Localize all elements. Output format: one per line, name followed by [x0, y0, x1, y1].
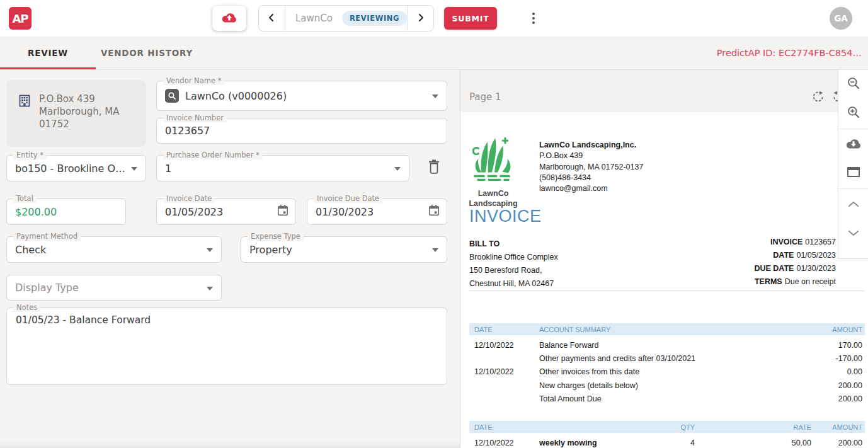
invoice-due-date-field[interactable]: Invoice Due Date 01/30/2023: [307, 198, 447, 225]
window-frame-icon: [847, 166, 860, 180]
next-page-button[interactable]: [838, 219, 868, 248]
download-button[interactable]: [838, 130, 868, 159]
display-type-field[interactable]: Display Type: [6, 275, 222, 301]
vendor-address-line3: 01752: [39, 118, 119, 130]
cloud-download-icon: [845, 137, 862, 152]
tab-bar: REVIEW VENDOR HISTORY PredictAP ID: EC27…: [0, 37, 868, 70]
invoice-date-field[interactable]: Invoice Date 01/05/2023: [156, 198, 296, 225]
vendor-name-field[interactable]: Vendor Name * LawnCo (v0000026): [156, 81, 447, 111]
avatar[interactable]: GA: [830, 7, 852, 30]
tab-review[interactable]: REVIEW: [0, 37, 96, 69]
total-field[interactable]: Total $200.00: [6, 198, 126, 225]
company-addr1: P.O.Box 439: [539, 151, 643, 161]
meta-terms-value: Due on receipt: [785, 277, 836, 286]
payment-method-value: Check: [15, 244, 46, 256]
calendar-icon[interactable]: [277, 204, 289, 219]
po-number-value: 1: [165, 163, 171, 175]
vendor-search-badge-icon: [165, 89, 179, 103]
chevron-down-icon: [848, 227, 859, 239]
magnifier-plus-icon: [847, 105, 860, 122]
fit-to-window-button[interactable]: [838, 159, 868, 188]
col-header-date: DATE: [469, 326, 532, 333]
table-row: Other payments and credits after 03/10/2…: [469, 352, 865, 365]
trash-icon: [427, 159, 441, 177]
entity-field[interactable]: Entity * bo150 - Brookline O…: [6, 155, 146, 181]
divider: [838, 188, 868, 189]
meta-date-label: DATE: [773, 251, 794, 260]
top-bar: AP LawnCo REVIEWING: [0, 0, 868, 37]
vendor-logo: LawnCo Landscaping: [464, 136, 522, 209]
table-row: 12/10/2022 Other invoices from this date…: [469, 365, 865, 379]
caret-down-icon: [207, 248, 213, 252]
line-item-header: DATE QTY RATE AMOUNT: [469, 421, 865, 433]
logo-caption-line1: LawnCo: [464, 188, 522, 198]
expense-type-field[interactable]: Expense Type Property: [241, 236, 447, 263]
avatar-initials: GA: [834, 13, 848, 23]
tab-vendor-history-label: VENDOR HISTORY: [101, 48, 193, 58]
invoice-date-value: 01/05/2023: [165, 206, 223, 218]
calendar-icon[interactable]: [428, 204, 440, 219]
panel-divider: [460, 70, 460, 448]
chevron-right-icon: [416, 13, 425, 25]
invoice-due-date-value: 01/30/2023: [316, 206, 374, 218]
cloud-upload-icon: [221, 11, 237, 26]
predictap-id: PredictAP ID: EC2774FB-C854…: [717, 37, 862, 69]
rotate-clockwise-icon[interactable]: [811, 90, 825, 104]
company-info: LawnCo Landscaping,Inc. P.O.Box 439 Marl…: [539, 140, 643, 194]
notes-field[interactable]: Notes 01/05/23 - Balance Forward: [6, 307, 447, 385]
divider: [838, 129, 868, 129]
previous-page-button[interactable]: [838, 190, 868, 219]
tab-vendor-history[interactable]: VENDOR HISTORY: [96, 37, 198, 69]
col-header-summary: ACCOUNT SUMMARY: [532, 326, 796, 333]
invoice-date-label: Invoice Date: [163, 194, 215, 203]
notes-label: Notes: [13, 303, 40, 312]
caret-down-icon: [131, 167, 137, 171]
delete-po-button[interactable]: [426, 159, 442, 176]
vendor-address-box: P.O.Box 439 Marlborough, MA 01752: [6, 80, 146, 147]
line-item-table: DATE QTY RATE AMOUNT 12/10/2022 weekly m…: [469, 421, 865, 448]
payment-method-field[interactable]: Payment Method Check: [6, 236, 222, 263]
zoom-in-button[interactable]: [838, 99, 868, 128]
chevron-up-icon: [848, 198, 859, 210]
submit-button[interactable]: SUBMIT: [444, 7, 497, 30]
invoice-title: INVOICE: [469, 207, 542, 226]
entity-label: Entity *: [13, 151, 47, 159]
office-building-icon: [18, 94, 31, 147]
invoice-doc-label: LawnCo: [295, 13, 333, 24]
chevron-left-icon: [267, 13, 276, 25]
invoice-document: LawnCo Landscaping LawnCo Landscaping,In…: [460, 112, 868, 448]
col-header-amount: AMOUNT: [796, 326, 865, 333]
invoice-number-label: Invoice Number: [163, 113, 227, 122]
company-phone: (508)486-3434: [539, 173, 643, 183]
po-number-field[interactable]: Purchase Order Number * 1: [156, 155, 409, 181]
invoice-due-date-label: Invoice Due Date: [314, 194, 382, 203]
table-row: 12/10/2022 weekly mowing 4 50.00 200.00: [469, 436, 865, 448]
tab-review-label: REVIEW: [28, 48, 68, 58]
invoice-number-value: 0123657: [165, 125, 210, 137]
next-invoice-button[interactable]: [407, 6, 433, 31]
upload-invoice-button[interactable]: [212, 6, 246, 31]
viewer-toolbar: Page 1: [460, 70, 838, 112]
invoice-meta-block: INVOICE0123657 DATE01/05/2023 DUE DATE01…: [754, 236, 836, 289]
previous-invoice-button[interactable]: [259, 6, 285, 31]
col-header-amount: AMOUNT: [811, 423, 865, 431]
viewer-controls-strip: [838, 70, 868, 259]
active-tab-indicator: [0, 67, 96, 69]
table-row: Total Amount Due 200.00: [469, 392, 865, 405]
zoom-out-button[interactable]: [838, 70, 868, 99]
vendor-address-line1: P.O.Box 439: [39, 93, 119, 105]
company-name: LawnCo Landscaping,Inc.: [539, 140, 643, 151]
meta-date-value: 01/05/2023: [796, 251, 836, 260]
grass-logo-icon: [472, 174, 514, 185]
caret-down-icon: [432, 95, 438, 98]
meta-due-date-value: 01/30/2023: [796, 264, 836, 273]
invoice-number-field[interactable]: Invoice Number 0123657: [156, 118, 447, 144]
entity-value: bo150 - Brookline O…: [15, 163, 125, 175]
display-type-placeholder: Display Type: [15, 282, 79, 294]
meta-terms-label: TERMS: [755, 277, 782, 286]
kebab-menu-icon[interactable]: [528, 11, 539, 26]
vendor-address-text: P.O.Box 439 Marlborough, MA 01752: [39, 93, 119, 147]
rotate-counterclockwise-icon[interactable]: [831, 90, 838, 104]
col-header-date: DATE: [469, 423, 532, 431]
vendor-name-value: LawnCo (v0000026): [185, 90, 287, 102]
